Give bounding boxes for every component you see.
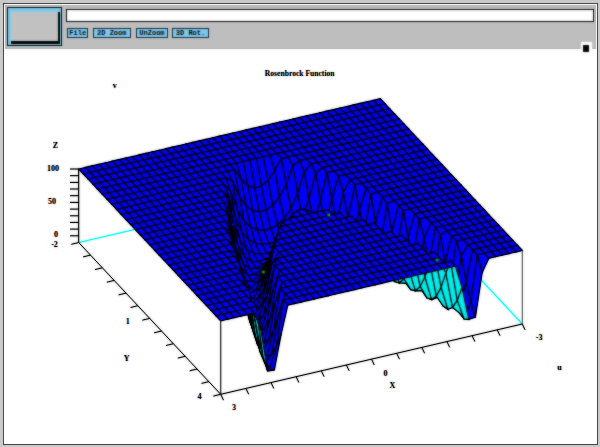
svg-text:50: 50 — [48, 197, 56, 206]
svg-text:0: 0 — [383, 369, 387, 378]
svg-text:u: u — [557, 363, 562, 372]
svg-text:-2: -2 — [51, 240, 58, 249]
svg-text:1: 1 — [126, 317, 130, 326]
svg-text:v: v — [113, 81, 117, 90]
svg-text:Rosenbrock Function: Rosenbrock Function — [265, 69, 335, 78]
svg-text:0: 0 — [54, 230, 58, 239]
svg-text:Y: Y — [124, 354, 130, 363]
svg-text:100: 100 — [47, 164, 59, 173]
svg-text:Z: Z — [53, 141, 58, 150]
svg-text:3: 3 — [232, 403, 236, 412]
svg-text:4: 4 — [198, 392, 202, 401]
svg-text:-3: -3 — [536, 333, 543, 342]
svg-text:X: X — [390, 381, 396, 390]
